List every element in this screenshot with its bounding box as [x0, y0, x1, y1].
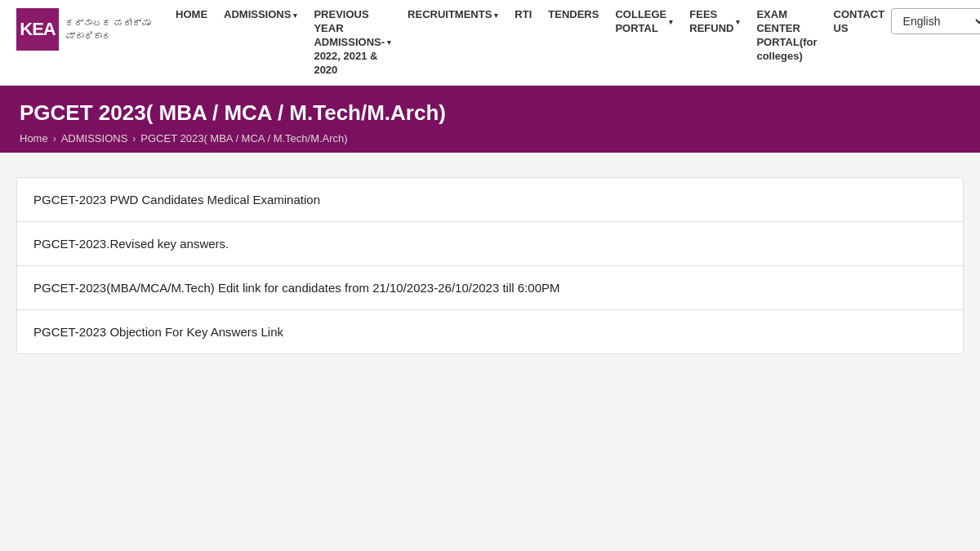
- page-banner: PGCET 2023( MBA / MCA / M.Tech/M.Arch) H…: [0, 86, 980, 153]
- breadcrumb-sep-2: ›: [132, 133, 136, 144]
- list-item-text: PGCET-2023(MBA/MCA/M.Tech) Edit link for…: [33, 281, 559, 295]
- prev-admissions-arrow: ▾: [387, 38, 391, 48]
- recruitments-arrow: ▾: [494, 11, 498, 20]
- college-portal-arrow: ▾: [669, 18, 673, 28]
- breadcrumb-home[interactable]: Home: [20, 132, 48, 144]
- main-content: PGCET-2023 PWD Candidates Medical Examin…: [0, 153, 980, 379]
- list-item[interactable]: PGCET-2023(MBA/MCA/M.Tech) Edit link for…: [17, 266, 963, 310]
- list-item[interactable]: PGCET-2023 PWD Candidates Medical Examin…: [17, 178, 963, 222]
- nav-item-prev-admissions[interactable]: PREVIOUS YEAR ADMISSIONS- 2022, 2021 & 2…: [305, 8, 399, 77]
- breadcrumb-admissions[interactable]: ADMISSIONS: [61, 132, 128, 144]
- nav-item-home[interactable]: HOME: [167, 8, 216, 20]
- admissions-arrow: ▾: [293, 11, 297, 20]
- logo-area: KEA ಕರ್ನಾಟಕ ಪರೀಕ್ಷಾ ಪ್ರಾಧಿಕಾರ: [16, 0, 151, 59]
- tagline-line2: ಪ್ರಾಧಿಕಾರ: [65, 29, 151, 43]
- logo-icon: KEA: [16, 8, 59, 51]
- fees-refund-arrow: ▾: [736, 18, 740, 28]
- nav-item-rti[interactable]: RTI: [506, 8, 540, 20]
- list-item[interactable]: PGCET-2023.Revised key answers.: [17, 222, 963, 266]
- list-item[interactable]: PGCET-2023 Objection For Key Answers Lin…: [17, 310, 963, 353]
- breadcrumb-sep-1: ›: [53, 133, 56, 144]
- list-item-text: PGCET-2023.Revised key answers.: [33, 237, 229, 251]
- breadcrumb: Home › ADMISSIONS › PGCET 2023( MBA / MC…: [20, 132, 960, 144]
- nav-item-exam-center[interactable]: EXAM CENTER PORTAL(for colleges): [748, 8, 825, 64]
- nav-item-admissions[interactable]: ADMISSIONS ▾: [216, 8, 305, 20]
- nav-item-fees-refund[interactable]: FEES REFUND ▾: [681, 8, 748, 36]
- language-selector-wrap: English Kannada: [891, 0, 980, 42]
- nav-item-tenders[interactable]: TENDERS: [540, 8, 607, 20]
- content-box: PGCET-2023 PWD Candidates Medical Examin…: [16, 177, 964, 354]
- nav-item-recruitments[interactable]: RECRUITMENTS ▾: [399, 8, 506, 20]
- nav-item-college-portal[interactable]: COLLEGE PORTAL ▾: [607, 8, 681, 36]
- header: KEA ಕರ್ನಾಟಕ ಪರೀಕ್ಷಾ ಪ್ರಾಧಿಕಾರ HOME ADMIS…: [0, 0, 980, 86]
- nav-item-contact[interactable]: CONTACT US: [826, 8, 891, 36]
- language-select[interactable]: English Kannada: [891, 8, 980, 34]
- breadcrumb-current: PGCET 2023( MBA / MCA / M.Tech/M.Arch): [140, 132, 347, 144]
- list-item-text: PGCET-2023 PWD Candidates Medical Examin…: [33, 193, 320, 207]
- page-title: PGCET 2023( MBA / MCA / M.Tech/M.Arch): [20, 100, 960, 126]
- tagline-line1: ಕರ್ನಾಟಕ ಪರೀಕ್ಷಾ: [65, 16, 151, 30]
- logo-tagline: ಕರ್ನಾಟಕ ಪರೀಕ್ಷಾ ಪ್ರಾಧಿಕಾರ: [65, 16, 151, 43]
- list-item-text: PGCET-2023 Objection For Key Answers Lin…: [33, 325, 283, 339]
- main-nav: HOME ADMISSIONS ▾ PREVIOUS YEAR ADMISSIO…: [167, 0, 891, 85]
- logo-text: KEA: [20, 19, 55, 40]
